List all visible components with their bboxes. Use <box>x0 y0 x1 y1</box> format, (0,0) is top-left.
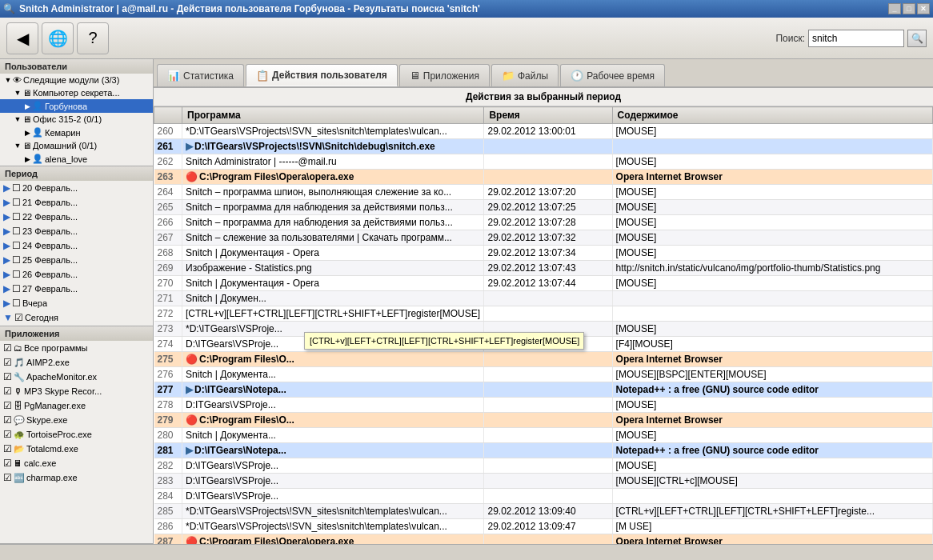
row-content <box>612 489 932 504</box>
close-button[interactable]: ✕ <box>917 3 930 14</box>
row-num: 283 <box>154 474 182 489</box>
app-item[interactable]: ☑🗄PgManager.exe <box>0 398 153 413</box>
tab-label-worktime: Рабочее время <box>587 70 655 82</box>
tree-item-горбунова[interactable]: ▶👤Горбунова <box>0 99 153 113</box>
table-row[interactable]: 285 *D:\ITGears\VSProjects\!SVN_sites\sn… <box>154 504 933 519</box>
table-row[interactable]: 275 🔴C:\Program Files\O... Opera Interne… <box>154 352 933 367</box>
table-row[interactable]: 271 Snitch | Докумен... <box>154 291 933 306</box>
period-item[interactable]: ▶☐Вчера <box>0 296 153 310</box>
title-bar: 🔍 Snitch Administrator | a@mail.ru - Дей… <box>0 0 933 18</box>
tree-item-домашний-(0/1)[interactable]: ▼🖥Домашний (0/1) <box>0 139 153 152</box>
table-row[interactable]: 287 🔴C:\Program Files\Opera\opera.exe Op… <box>154 534 933 545</box>
app-item[interactable]: ☑📂Totalcmd.exe <box>0 442 153 456</box>
row-time: 29.02.2012 13:07:32 <box>484 230 612 246</box>
period-item[interactable]: ▼☑Сегодня <box>0 310 153 325</box>
table-row[interactable]: 264 Snitch – программа шпион, выполняюща… <box>154 185 933 200</box>
tab-actions[interactable]: 📋Действия пользователя <box>246 64 398 86</box>
table-row[interactable]: 276 Snitch | Документа... [MOUSE][BSPC][… <box>154 367 933 382</box>
table-row[interactable]: 266 Snitch – программа для наблюдения за… <box>154 215 933 230</box>
period-item[interactable]: ▶☐23 Февраль... <box>0 224 153 238</box>
tab-apps[interactable]: 🖥Приложения <box>399 64 490 86</box>
table-row[interactable]: 272 [CTRL+v][LEFT+CTRL][LEFT][CTRL+SHIFT… <box>154 306 933 322</box>
row-num: 260 <box>154 124 182 139</box>
table-row[interactable]: 284 D:\ITGears\VSProje... <box>154 489 933 504</box>
period-item[interactable]: ▶☐22 Февраль... <box>0 210 153 224</box>
row-content: [MOUSE] <box>612 276 932 291</box>
col-time: Время <box>484 107 612 124</box>
table-row[interactable]: 263 🔴C:\Program Files\Opera\opera.exe Op… <box>154 170 933 185</box>
table-row[interactable]: 281 ▶D:\ITGears\Notepa... Notepad++ : a … <box>154 443 933 458</box>
search-input[interactable] <box>808 30 904 47</box>
app-item[interactable]: ☑🖩calc.exe <box>0 456 153 470</box>
row-time: 29.02.2012 13:07:20 <box>484 185 612 200</box>
tree-item-следящие-модули-(3/3)[interactable]: ▼👁Следящие модули (3/3) <box>0 74 153 86</box>
table-row[interactable]: 282 D:\ITGears\VSProje... [MOUSE] <box>154 458 933 474</box>
search-button[interactable]: 🔍 <box>907 30 927 47</box>
table-row[interactable]: 269 Изображение - Statistics.png 29.02.2… <box>154 261 933 276</box>
row-content: Opera Internet Browser <box>612 413 932 428</box>
tree-item-alena_love[interactable]: ▶👤alena_love <box>0 152 153 166</box>
search-area: Поиск: 🔍 <box>775 30 927 47</box>
table-row[interactable]: 265 Snitch – программа для наблюдения за… <box>154 200 933 215</box>
red-icon: 🔴 <box>186 536 198 544</box>
row-prog: *D:\ITGears\VSProjects\!SVN_sites\snitch… <box>182 519 484 534</box>
back-button[interactable]: ◀ <box>6 22 38 54</box>
app-item[interactable]: ☑🗂Все программы <box>0 341 153 355</box>
users-tree: ▼👁Следящие модули (3/3)▼🖥Компьютер секре… <box>0 74 153 166</box>
row-content: Notepad++ : a free (GNU) source code edi… <box>612 443 932 458</box>
table-row[interactable]: 279 🔴C:\Program Files\O... Opera Interne… <box>154 413 933 428</box>
table-row[interactable]: 283 D:\ITGears\VSProje... [MOUSE][CTRL+c… <box>154 474 933 489</box>
period-item[interactable]: ▶☐27 Февраль... <box>0 282 153 296</box>
main-window: ◀ 🌐 ? Поиск: 🔍 Пользователи ▼👁Следящие м… <box>0 18 933 560</box>
period-header: Период <box>0 166 153 181</box>
app-item[interactable]: ☑🎵AIMP2.exe <box>0 355 153 370</box>
tab-files[interactable]: 📁Файлы <box>491 64 559 86</box>
table-row[interactable]: 286 *D:\ITGears\VSProjects\!SVN_sites\sn… <box>154 519 933 534</box>
tree-item-кемарин[interactable]: ▶👤Кемарин <box>0 126 153 139</box>
table-container[interactable]: Действия за выбранный период Программа В… <box>154 88 933 544</box>
row-time: 29.02.2012 13:09:47 <box>484 519 612 534</box>
tooltip-popup: [CTRL+v][LEFT+CTRL][LEFT][CTRL+SHIFT+LEF… <box>304 332 584 350</box>
row-content: [MOUSE] <box>612 124 932 139</box>
period-item[interactable]: ▶☐21 Февраль... <box>0 195 153 210</box>
period-item[interactable]: ▶☐20 Февраль... <box>0 181 153 195</box>
app-item[interactable]: ☑💬Skype.exe <box>0 413 153 427</box>
row-time <box>484 443 612 458</box>
help-button[interactable]: ? <box>77 22 109 54</box>
period-item[interactable]: ▶☐26 Февраль... <box>0 267 153 282</box>
table-row[interactable]: 267 Snitch – слежение за пользователями … <box>154 230 933 246</box>
row-time <box>484 458 612 474</box>
table-row[interactable]: 261 ▶D:\ITGears\VSProjects\!SVN\Snitch\d… <box>154 139 933 154</box>
app-item[interactable]: ☑🔧ApacheMonitor.ex <box>0 370 153 384</box>
table-row[interactable]: 280 Snitch | Документа... [MOUSE] <box>154 428 933 443</box>
period-item[interactable]: ▶☐24 Февраль... <box>0 238 153 253</box>
maximize-button[interactable]: □ <box>903 3 915 14</box>
data-table: Программа Время Содержимое 260 *D:\ITGea… <box>154 106 933 544</box>
row-num: 269 <box>154 261 182 276</box>
table-row[interactable]: 270 Snitch | Документация - Opera 29.02.… <box>154 276 933 291</box>
home-button[interactable]: 🌐 <box>42 22 74 54</box>
row-num: 275 <box>154 352 182 367</box>
table-row[interactable]: 262 Snitch Administrator | ------@mail.r… <box>154 154 933 170</box>
table-row[interactable]: 260 *D:\ITGears\VSProjects\!SVN_sites\sn… <box>154 124 933 139</box>
row-prog: 🔴C:\Program Files\O... <box>182 413 484 428</box>
minimize-button[interactable]: _ <box>888 3 901 14</box>
table-row[interactable]: 268 Snitch | Документация - Opera 29.02.… <box>154 246 933 261</box>
table-row[interactable]: 277 ▶D:\ITGears\Notepa... Notepad++ : a … <box>154 382 933 398</box>
period-item[interactable]: ▶☐25 Февраль... <box>0 253 153 267</box>
app-item[interactable]: ☑🐢TortoiseProc.exe <box>0 427 153 442</box>
row-prog: ▶D:\ITGears\Notepa... <box>182 382 484 398</box>
row-prog: 🔴C:\Program Files\Opera\opera.exe <box>182 170 484 185</box>
tab-worktime[interactable]: 🕐Рабочее время <box>560 64 665 86</box>
tab-stats[interactable]: 📊Статистика <box>157 64 244 86</box>
row-prog: 🔴C:\Program Files\Opera\opera.exe <box>182 534 484 545</box>
apps-header: Приложения <box>0 326 153 341</box>
table-row[interactable]: 278 D:ITGears\VSProje... [MOUSE] <box>154 398 933 413</box>
app-item[interactable]: ☑🔤charmap.exe <box>0 470 153 485</box>
tree-item-офис-315-2-(0/1)[interactable]: ▼🖥Офис 315-2 (0/1) <box>0 113 153 126</box>
app-item[interactable]: ☑🎙MP3 Skype Recor... <box>0 384 153 398</box>
tree-item-компьютер-секрета...[interactable]: ▼🖥Компьютер секрета... <box>0 86 153 99</box>
row-num: 261 <box>154 139 182 154</box>
status-text <box>3 547 6 558</box>
row-time <box>484 306 612 322</box>
